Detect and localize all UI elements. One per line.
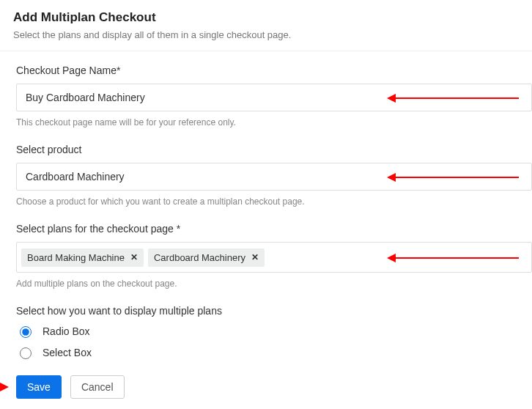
form-actions: Save Cancel bbox=[16, 375, 532, 399]
cancel-button[interactable]: Cancel bbox=[70, 375, 125, 399]
plan-tag-label: Cardboard Machinery bbox=[154, 252, 245, 263]
page-subtitle: Select the plans and display all of them… bbox=[13, 29, 519, 40]
product-label: Select product bbox=[16, 144, 532, 155]
checkout-name-label: Checkout Page Name* bbox=[16, 65, 532, 76]
checkout-name-group: Checkout Page Name* This checkout page n… bbox=[16, 65, 532, 128]
plan-tag: Board Making Machine ✕ bbox=[21, 248, 144, 267]
annotation-arrow-icon bbox=[0, 383, 9, 391]
plans-multiselect[interactable]: Board Making Machine ✕ Cardboard Machine… bbox=[16, 242, 532, 273]
form-content: Checkout Page Name* This checkout page n… bbox=[0, 51, 532, 409]
radio-option-radio-box[interactable]: Radio Box bbox=[16, 324, 532, 338]
close-icon[interactable]: ✕ bbox=[251, 252, 259, 262]
select-box-radio[interactable] bbox=[20, 347, 32, 359]
product-help: Choose a product for which you want to c… bbox=[16, 196, 532, 207]
plans-help: Add multiple plans on the checkout page. bbox=[16, 279, 532, 289]
page-title: Add Multiplan Checkout bbox=[13, 10, 519, 25]
radio-box-label: Radio Box bbox=[43, 325, 90, 337]
plans-group: Select plans for the checkout page * Boa… bbox=[16, 223, 532, 289]
product-select[interactable] bbox=[16, 163, 532, 191]
save-button[interactable]: Save bbox=[16, 375, 62, 399]
plans-label: Select plans for the checkout page * bbox=[16, 223, 532, 235]
select-box-label: Select Box bbox=[43, 347, 92, 358]
display-label: Select how you want to display multiple … bbox=[16, 305, 532, 317]
plan-tag: Cardboard Machinery ✕ bbox=[148, 248, 265, 267]
close-icon[interactable]: ✕ bbox=[130, 252, 138, 262]
radio-option-select-box[interactable]: Select Box bbox=[16, 345, 532, 359]
checkout-name-help: This checkout page name will be for your… bbox=[16, 117, 532, 128]
product-group: Select product Choose a product for whic… bbox=[16, 144, 532, 207]
checkout-name-input[interactable] bbox=[16, 84, 532, 111]
plan-tag-label: Board Making Machine bbox=[27, 252, 125, 263]
page-header: Add Multiplan Checkout Select the plans … bbox=[0, 0, 532, 51]
radio-box-radio[interactable] bbox=[20, 326, 32, 338]
display-group: Select how you want to display multiple … bbox=[16, 305, 532, 359]
